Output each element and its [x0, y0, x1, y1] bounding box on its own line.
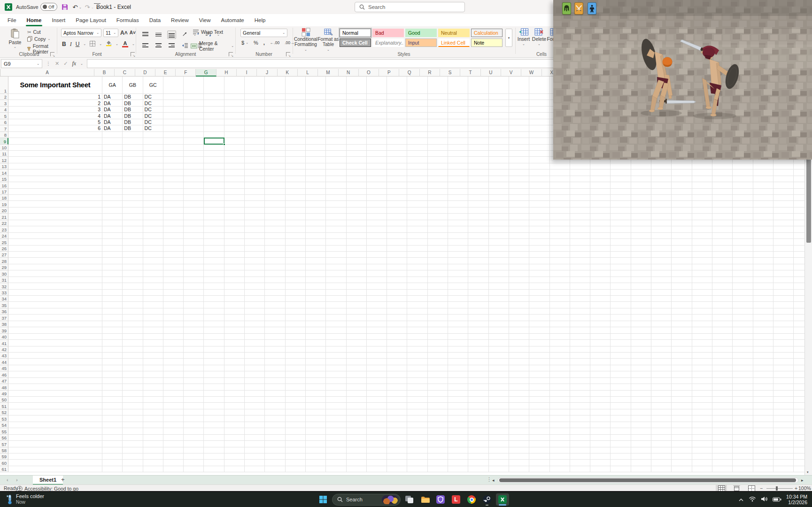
- cell-AC52[interactable]: [651, 409, 672, 415]
- cell-Z41[interactable]: [590, 340, 611, 346]
- cell-AA23[interactable]: [611, 226, 631, 232]
- cell-D43[interactable]: [143, 353, 163, 359]
- cell-I27[interactable]: [245, 252, 265, 258]
- cell-K13[interactable]: [286, 163, 306, 169]
- cell-AA45[interactable]: [611, 365, 631, 371]
- cell-AC56[interactable]: [651, 435, 672, 441]
- cell-V21[interactable]: [509, 214, 529, 220]
- cell-K37[interactable]: [286, 315, 306, 321]
- cell-H13[interactable]: [224, 163, 245, 169]
- cell-N58[interactable]: [347, 447, 367, 453]
- cell-L37[interactable]: [306, 315, 326, 321]
- cell-R41[interactable]: [428, 340, 448, 346]
- cell-S42[interactable]: [448, 346, 468, 353]
- tab-review[interactable]: Review: [166, 15, 193, 26]
- cell-T4[interactable]: [468, 107, 488, 113]
- row-header-1[interactable]: 1: [0, 77, 8, 94]
- cell-I29[interactable]: [245, 264, 265, 270]
- cell-AF43[interactable]: [712, 353, 733, 359]
- cell-V33[interactable]: [509, 290, 529, 296]
- row-header-59[interactable]: 59: [0, 453, 8, 460]
- cell-F59[interactable]: [184, 453, 204, 460]
- cell-C1[interactable]: GB: [123, 77, 143, 94]
- cell-S14[interactable]: [448, 169, 468, 176]
- cell-Y48[interactable]: [570, 384, 590, 390]
- cell-AF40[interactable]: [712, 334, 733, 340]
- cell-Q49[interactable]: [407, 391, 427, 397]
- cell-AI50[interactable]: [773, 397, 794, 403]
- cell-W42[interactable]: [529, 346, 549, 353]
- cell-A51[interactable]: [8, 403, 102, 409]
- cell-AI13[interactable]: [773, 163, 794, 169]
- cell-AD42[interactable]: [672, 346, 692, 353]
- fill-color-button[interactable]: [106, 40, 112, 48]
- cell-S46[interactable]: [448, 371, 468, 377]
- cell-F24[interactable]: [184, 233, 204, 239]
- cell-S9[interactable]: [448, 138, 468, 144]
- cell-Z47[interactable]: [590, 378, 611, 384]
- cell-R30[interactable]: [428, 270, 448, 277]
- cell-O46[interactable]: [367, 371, 387, 377]
- cell-AI20[interactable]: [773, 207, 794, 214]
- cell-H43[interactable]: [224, 353, 245, 359]
- cell-AB23[interactable]: [631, 226, 651, 232]
- cell-K41[interactable]: [286, 340, 306, 346]
- cell-A48[interactable]: [8, 384, 102, 390]
- swords-button[interactable]: [574, 2, 583, 15]
- cell-A44[interactable]: [8, 359, 102, 365]
- cell-I11[interactable]: [245, 151, 265, 157]
- cell-Z21[interactable]: [590, 214, 611, 220]
- row-header-30[interactable]: 30: [0, 270, 8, 277]
- cell-C14[interactable]: [123, 169, 143, 176]
- cell-AF32[interactable]: [712, 283, 733, 289]
- cell-AE57[interactable]: [692, 441, 712, 447]
- cell-N4[interactable]: [347, 107, 367, 113]
- cell-N42[interactable]: [347, 346, 367, 353]
- cell-AD51[interactable]: [672, 403, 692, 409]
- cell-N17[interactable]: [347, 189, 367, 195]
- cell-A57[interactable]: [8, 441, 102, 447]
- cell-B18[interactable]: [102, 195, 123, 201]
- cell-H35[interactable]: [224, 302, 245, 308]
- cell-G24[interactable]: [204, 233, 224, 239]
- cell-N2[interactable]: [347, 94, 367, 100]
- cell-AG43[interactable]: [733, 353, 753, 359]
- cell-L16[interactable]: [306, 182, 326, 188]
- cell-Z23[interactable]: [590, 226, 611, 232]
- accounting-dropdown-icon[interactable]: ⌄: [246, 41, 248, 45]
- cell-P6[interactable]: [387, 119, 407, 125]
- cell-P60[interactable]: [387, 460, 407, 466]
- cell-P55[interactable]: [387, 428, 407, 434]
- cell-C33[interactable]: [123, 290, 143, 296]
- cell-AH33[interactable]: [753, 290, 773, 296]
- cell-S5[interactable]: [448, 113, 468, 119]
- cell-B30[interactable]: [102, 270, 123, 277]
- cell-Z22[interactable]: [590, 220, 611, 226]
- cell-AA14[interactable]: [611, 169, 631, 176]
- cell-AE24[interactable]: [692, 233, 712, 239]
- cell-E31[interactable]: [163, 277, 184, 283]
- cell-H47[interactable]: [224, 378, 245, 384]
- cell-H27[interactable]: [224, 252, 245, 258]
- cell-C52[interactable]: [123, 409, 143, 415]
- cell-P38[interactable]: [387, 321, 407, 327]
- cell-J44[interactable]: [265, 359, 285, 365]
- cell-E6[interactable]: [163, 119, 184, 125]
- cell-M36[interactable]: [326, 308, 346, 315]
- cell-L18[interactable]: [306, 195, 326, 201]
- cell-I5[interactable]: [245, 113, 265, 119]
- cell-AJ14[interactable]: [794, 169, 804, 176]
- cell-T12[interactable]: [468, 157, 488, 163]
- cell-M20[interactable]: [326, 207, 346, 214]
- cell-A54[interactable]: [8, 422, 102, 428]
- cell-U41[interactable]: [489, 340, 509, 346]
- cell-G36[interactable]: [204, 308, 224, 315]
- cell-X30[interactable]: [550, 270, 570, 277]
- cell-L44[interactable]: [306, 359, 326, 365]
- cell-K58[interactable]: [286, 447, 306, 453]
- cell-F44[interactable]: [184, 359, 204, 365]
- cell-K31[interactable]: [286, 277, 306, 283]
- column-header-N[interactable]: N: [339, 69, 359, 77]
- tab-data[interactable]: Data: [145, 15, 165, 26]
- cell-AD46[interactable]: [672, 371, 692, 377]
